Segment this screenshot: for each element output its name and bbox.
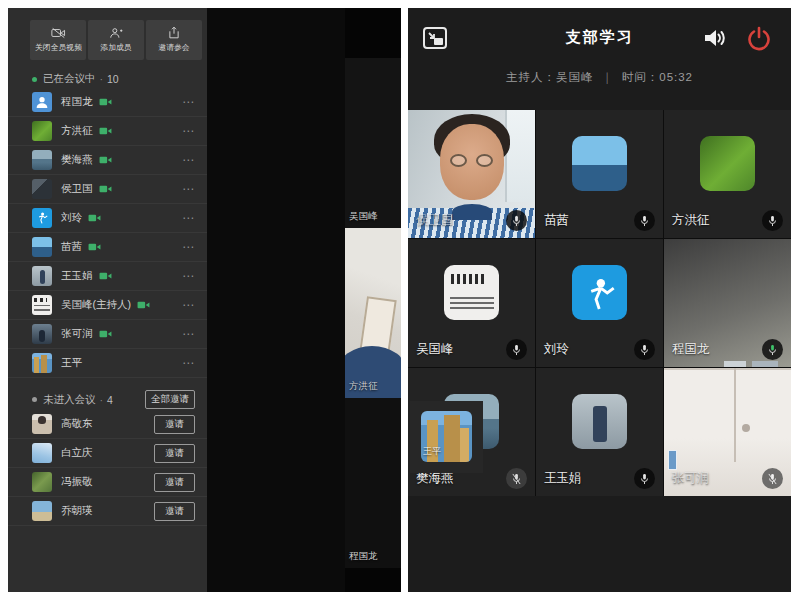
subtitle-separator: ｜ xyxy=(601,71,613,83)
avatar xyxy=(444,265,499,320)
avatar xyxy=(32,121,52,141)
camera-on-icon xyxy=(88,242,101,252)
avatar xyxy=(32,237,52,257)
participant-row[interactable]: 方洪征 ⋯ xyxy=(8,117,207,146)
mic-muted-icon xyxy=(506,468,527,489)
avatar xyxy=(32,443,52,463)
background-area xyxy=(207,8,345,592)
more-icon[interactable]: ⋯ xyxy=(182,327,195,341)
participant-row[interactable]: 刘玲 ⋯ xyxy=(8,204,207,233)
camera-on-icon xyxy=(99,271,112,281)
camera-on-icon xyxy=(99,329,112,339)
avatar xyxy=(572,136,627,191)
camera-on-icon xyxy=(99,184,112,194)
camera-on-icon xyxy=(99,97,112,107)
video-tile-live[interactable]: 侯卫国 xyxy=(408,110,535,238)
meeting-title: 支部学习 xyxy=(408,28,791,47)
host-label: 主持人： xyxy=(506,71,556,83)
video-tile[interactable]: 吴国峰 xyxy=(408,239,535,367)
avatar xyxy=(32,295,52,315)
more-icon[interactable]: ⋯ xyxy=(182,269,195,283)
participant-row[interactable]: 侯卫国 ⋯ xyxy=(8,175,207,204)
in-meeting-list: 程国龙 ⋯ 方洪征 ⋯ 樊海燕 ⋯ 侯卫国 ⋯ 刘玲 ⋯ xyxy=(8,88,207,378)
camera-on-icon xyxy=(88,213,101,223)
avatar xyxy=(700,136,755,191)
more-icon[interactable]: ⋯ xyxy=(182,153,195,167)
toolbar: 关闭全员视频 添加成员 邀请参会 xyxy=(30,20,204,60)
in-meeting-count: 10 xyxy=(107,73,119,85)
participant-row[interactable]: 樊海燕 ⋯ xyxy=(8,146,207,175)
video-tile[interactable]: 苗茜 xyxy=(536,110,663,238)
invite-button[interactable]: 邀请 xyxy=(154,473,195,492)
strip-video-tile: 方洪征 xyxy=(345,228,401,398)
video-tile-live[interactable]: 程国龙 xyxy=(664,239,791,367)
video-tile[interactable]: 刘玲 xyxy=(536,239,663,367)
camera-off-icon xyxy=(51,27,66,39)
avatar xyxy=(32,501,52,521)
in-meeting-section-header: 已在会议中 · 10 xyxy=(32,72,195,86)
host-name: 吴国峰 xyxy=(556,71,594,83)
time-value: 05:32 xyxy=(659,71,693,83)
mic-on-icon xyxy=(634,339,655,360)
invite-button[interactable]: 邀请 xyxy=(154,502,195,521)
offline-row[interactable]: 乔朝瑛 邀请 xyxy=(8,497,207,526)
avatar xyxy=(572,394,627,449)
close-all-video-label: 关闭全员视频 xyxy=(35,42,82,53)
participant-row[interactable]: 程国龙 ⋯ xyxy=(8,88,207,117)
mic-muted-icon xyxy=(762,468,783,489)
avatar xyxy=(32,266,52,286)
invite-button[interactable]: 邀请 xyxy=(154,415,195,434)
offline-row[interactable]: 冯振敬 邀请 xyxy=(8,468,207,497)
meeting-subtitle: 主持人：吴国峰｜时间：05:32 xyxy=(408,70,791,85)
invite-button[interactable]: 邀请 xyxy=(154,444,195,463)
video-tile[interactable]: 王玉娟 xyxy=(536,368,663,496)
more-icon[interactable]: ⋯ xyxy=(182,356,195,370)
invite-meeting-label: 邀请参会 xyxy=(158,42,189,53)
green-status-dot xyxy=(32,77,37,82)
video-tile[interactable]: 方洪征 xyxy=(664,110,791,238)
mic-on-icon xyxy=(762,210,783,231)
mic-speaking-icon xyxy=(762,339,783,360)
camera-on-icon xyxy=(99,126,112,136)
more-icon[interactable]: ⋯ xyxy=(182,95,195,109)
background-video-strip: 吴国峰 方洪征 程国龙 xyxy=(345,8,401,592)
volume-icon[interactable] xyxy=(701,26,729,52)
more-icon[interactable]: ⋯ xyxy=(182,211,195,225)
add-member-button[interactable]: 添加成员 xyxy=(88,20,144,60)
more-icon[interactable]: ⋯ xyxy=(182,124,195,138)
more-icon[interactable]: ⋯ xyxy=(182,298,195,312)
participant-row[interactable]: 张可润 ⋯ xyxy=(8,320,207,349)
add-member-icon xyxy=(109,27,123,39)
participant-row-host[interactable]: 吴国峰(主持人) ⋯ xyxy=(8,291,207,320)
mic-on-icon xyxy=(506,210,527,231)
video-tile-small[interactable]: 王平 xyxy=(410,401,483,473)
participant-row[interactable]: 王平 ⋯ xyxy=(8,349,207,378)
avatar xyxy=(32,414,52,434)
meeting-panel: 支部学习 主持人：吴国峰｜时间：05:32 侯卫国 苗茜 xyxy=(408,8,791,592)
video-tile-live[interactable]: 张可润 xyxy=(664,368,791,496)
camera-on-icon xyxy=(99,155,112,165)
close-all-video-button[interactable]: 关闭全员视频 xyxy=(30,20,86,60)
gray-status-dot xyxy=(32,397,37,402)
avatar xyxy=(32,179,52,199)
avatar xyxy=(32,92,52,112)
offline-row[interactable]: 白立庆 邀请 xyxy=(8,439,207,468)
avatar xyxy=(572,265,627,320)
more-icon[interactable]: ⋯ xyxy=(182,182,195,196)
not-joined-list: 高敬东 邀请 白立庆 邀请 冯振敬 邀请 乔朝瑛 邀请 xyxy=(8,410,207,526)
participant-row[interactable]: 王玉娟 ⋯ xyxy=(8,262,207,291)
invite-all-button[interactable]: 全部邀请 xyxy=(145,390,195,409)
more-icon[interactable]: ⋯ xyxy=(182,240,195,254)
participant-panel: 关闭全员视频 添加成员 邀请参会 已在会议中 · 10 程国龙 ⋯ xyxy=(8,8,207,592)
avatar xyxy=(32,472,52,492)
avatar xyxy=(32,353,52,373)
invite-meeting-button[interactable]: 邀请参会 xyxy=(146,20,202,60)
mic-on-icon xyxy=(634,210,655,231)
share-icon xyxy=(168,26,180,39)
offline-row[interactable]: 高敬东 邀请 xyxy=(8,410,207,439)
power-leave-icon[interactable] xyxy=(745,25,773,53)
avatar xyxy=(32,150,52,170)
mic-on-icon xyxy=(506,339,527,360)
in-meeting-label: 已在会议中 xyxy=(43,72,96,86)
participant-row[interactable]: 苗茜 ⋯ xyxy=(8,233,207,262)
